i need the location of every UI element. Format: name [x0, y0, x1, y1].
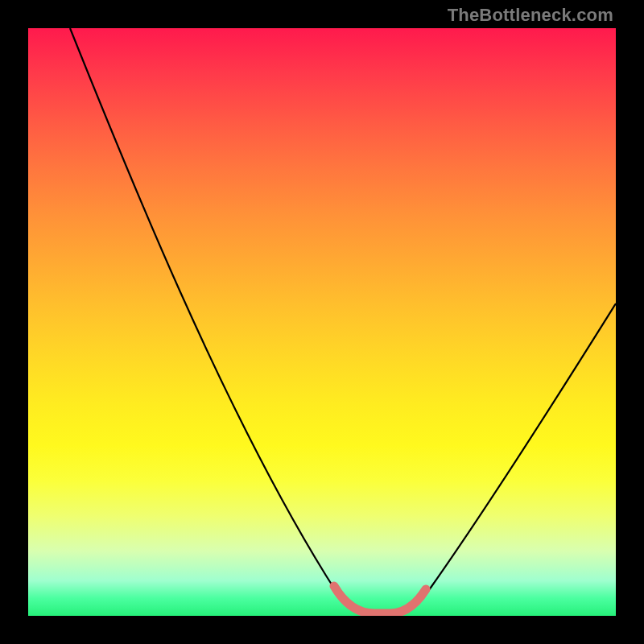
bottleneck-curve-line	[70, 28, 616, 616]
watermark-text: TheBottleneck.com	[448, 5, 613, 26]
bottleneck-curve-svg	[28, 28, 616, 616]
plot-area	[28, 28, 616, 616]
chart-frame: TheBottleneck.com	[0, 0, 644, 644]
optimal-region-highlight	[334, 586, 426, 613]
